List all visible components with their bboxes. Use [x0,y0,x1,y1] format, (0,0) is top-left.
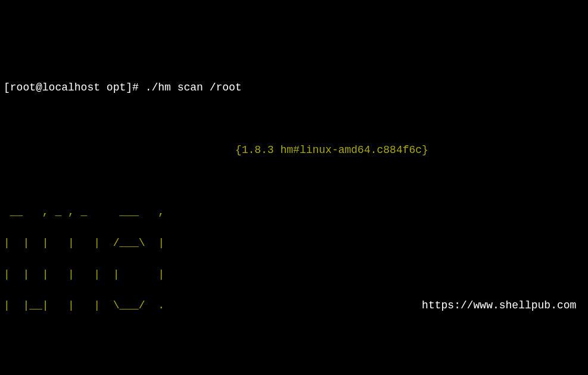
blank-line [4,360,584,375]
url-text: https://www.shellpub.com [164,299,576,311]
ascii-art-line: __ , _ , _ ___ , [4,204,584,220]
blank-line [4,329,584,344]
blank-line [4,111,584,127]
shell-prompt: [root@localhost opt]# [4,82,145,93]
ascii-art-line: | | | | | /___\ | [4,235,584,251]
ascii-art-line: | | | | | | | [4,267,584,282]
command-line: [root@localhost opt]# ./hm scan /root [4,80,584,95]
version-line: {1.8.3 hm#linux-amd64.c884f6c} [4,142,584,158]
blank-line [4,173,584,189]
command-text: ./hm scan /root [145,82,242,93]
terminal-output: [root@localhost opt]# ./hm scan /root {1… [4,64,584,375]
ascii-art-line: | |__| | | \___/ . https://www.shellpub.… [4,298,584,313]
